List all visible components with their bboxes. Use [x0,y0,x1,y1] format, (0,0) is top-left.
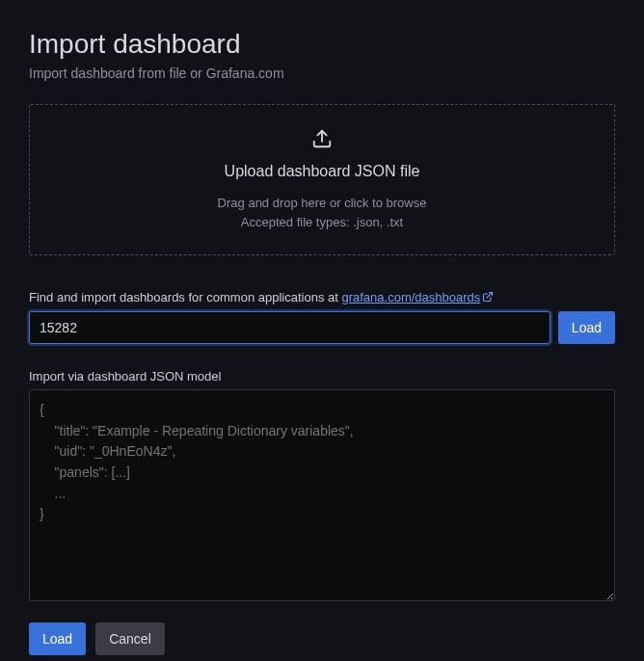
upload-hint: Drag and drop here or click to browse Ac… [53,194,591,231]
external-link-icon [482,291,494,305]
dashboard-url-input[interactable] [29,311,550,344]
load-url-button[interactable]: Load [558,311,615,344]
footer-button-row: Load Cancel [29,622,615,655]
load-button[interactable]: Load [29,622,86,655]
json-model-textarea[interactable] [29,389,615,601]
page-title: Import dashboard [29,29,615,60]
upload-file-zone[interactable]: Upload dashboard JSON file Drag and drop… [29,104,615,255]
upload-hint-line2: Accepted file types: .json, .txt [53,213,591,232]
url-input-row: Load [29,311,615,344]
grafana-dashboards-link[interactable]: grafana.com/dashboards [341,290,494,304]
cancel-button[interactable]: Cancel [95,622,165,655]
upload-title: Upload dashboard JSON file [53,163,591,180]
upload-hint-line1: Drag and drop here or click to browse [53,194,591,213]
url-section-label: Find and import dashboards for common ap… [29,290,615,305]
url-label-prefix: Find and import dashboards for common ap… [29,290,341,304]
svg-line-1 [487,293,493,299]
upload-icon [311,128,333,153]
page-subtitle: Import dashboard from file or Grafana.co… [29,66,615,81]
json-section-label: Import via dashboard JSON model [29,369,615,383]
